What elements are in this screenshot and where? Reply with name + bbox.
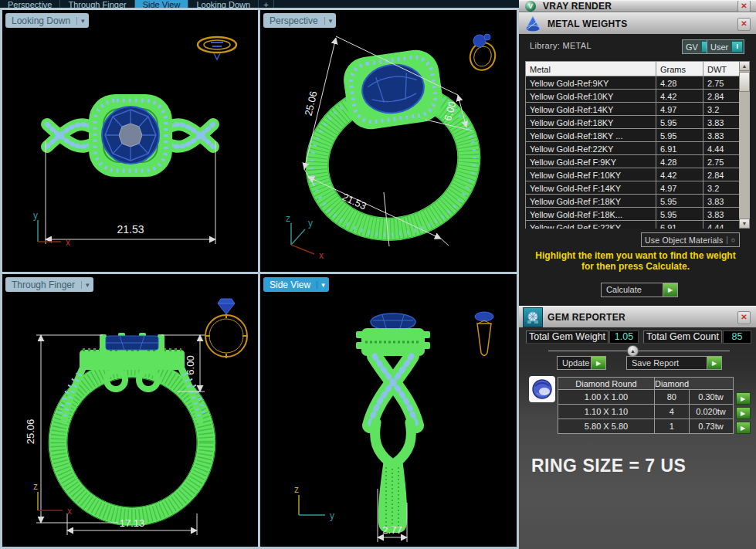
gem-row-play-icon[interactable]: ▶ [736, 392, 751, 405]
viewport-view-dropdown[interactable]: Perspective ▾ [263, 13, 336, 28]
play-icon: ▶ [591, 357, 605, 369]
gem-reporter-header[interactable]: GEM REPORTER ✕ [519, 306, 756, 329]
panel-divider [548, 351, 730, 351]
metal-weights-panel: Library: METAL GV I User I Metal Grams D… [519, 34, 756, 304]
scrollbar-thumb[interactable] [739, 72, 750, 92]
viewport-perspective[interactable]: 25.06 6.00 21.53 z y x Perspective ▾ [260, 10, 517, 272]
play-icon: ▶ [663, 283, 677, 297]
gem-icon [523, 307, 543, 327]
chevron-down-icon: ▾ [76, 17, 89, 25]
dimension-label: 25.06 [25, 419, 36, 445]
user-toggle-button[interactable]: User I [707, 39, 744, 54]
scroll-down-icon[interactable]: ▼ [739, 219, 750, 229]
viewport-view-dropdown[interactable]: Side View ▾ [263, 277, 329, 292]
close-icon[interactable]: ✕ [737, 311, 751, 324]
ring-size-text: RING SIZE = 7 US [531, 456, 686, 476]
metal-table: Metal Grams DWT Yellow Gold-Ref:9KY 4.28… [525, 61, 739, 229]
update-button[interactable]: Update ▶ [557, 356, 606, 370]
scroll-up-icon[interactable]: ▲ [739, 61, 750, 71]
calculate-button[interactable]: Calculate ▶ [601, 283, 678, 297]
chevron-down-icon: ▾ [81, 281, 93, 289]
ring-thumbnail-icon [205, 299, 247, 358]
viewport-view-dropdown[interactable]: Looking Down ▾ [5, 13, 89, 28]
dimension-label: 17.13 [120, 517, 145, 529]
ring-side-view: 2.77 z y [260, 274, 517, 547]
viewport-view-dropdown[interactable]: Through Finger ▾ [5, 277, 93, 292]
dimension-label: 2.77 [382, 524, 402, 536]
axis-indicator: z y [294, 484, 334, 521]
total-gem-weight-label: Total Gem Weight [526, 330, 609, 344]
viewport-view-label: Side View [263, 280, 317, 290]
metal-table-row[interactable]: Yellow Gold-Ref:9KY 4.28 2.75 [526, 76, 740, 90]
svg-text:x: x [319, 250, 324, 261]
application-window: Perspective Through Finger Side View Loo… [0, 0, 756, 549]
ring-thumbnail-icon [475, 312, 493, 356]
vray-sphere-icon: V [525, 1, 536, 12]
metal-table-row[interactable]: Yellow Gold-Ref F:18K... 5.95 3.83 [526, 208, 740, 221]
tab-perspective[interactable]: Perspective [0, 0, 60, 8]
dimension-label: 21.53 [117, 223, 144, 236]
viewport-tab-bar: Perspective Through Finger Side View Loo… [0, 0, 519, 8]
total-gem-weight-value: 1.05 [609, 330, 639, 344]
svg-text:y: y [330, 510, 334, 521]
radio-icon: ○ [727, 236, 739, 244]
viewport-grid: 21.53 y x Looking Down ▾ [0, 8, 519, 549]
close-icon[interactable]: ✕ [737, 0, 751, 12]
tab-side-view[interactable]: Side View [135, 0, 189, 8]
save-report-button[interactable]: Save Report ▶ [626, 356, 722, 370]
metal-table-row[interactable]: Yellow Gold-Ref F:14KY 4.97 3.2 [526, 181, 740, 195]
collapse-up-icon[interactable]: ▲ [627, 345, 639, 357]
metal-table-row[interactable]: Yellow Gold-Ref:14KY 4.97 3.2 [526, 103, 740, 116]
gem-table-row[interactable]: 5.80 X 5.80 1 0.73tw ▶ [558, 419, 751, 434]
metal-table-row[interactable]: Yellow Gold-Ref F:18KY 5.95 3.83 [526, 195, 740, 208]
library-label: Library: METAL [530, 41, 592, 50]
use-object-materials-button[interactable]: Use Object Materials ○ [641, 232, 740, 247]
gem-row-play-icon[interactable]: ▶ [736, 422, 751, 434]
tab-looking-down[interactable]: Looking Down [188, 0, 259, 8]
panel-title: VRAY RENDER [543, 1, 737, 12]
metal-table-row[interactable]: Yellow Gold-Ref:18KY 5.95 3.83 [526, 116, 740, 129]
viewport-side-view[interactable]: 2.77 z y Side View ▾ [260, 274, 517, 547]
metal-table-scrollbar[interactable]: ▲ ▼ [739, 61, 750, 229]
gem-table-row[interactable]: 1.10 X 1.10 4 0.020tw ▶ [558, 405, 751, 419]
viewport-looking-down[interactable]: 21.53 y x Looking Down ▾ [2, 10, 258, 272]
svg-text:y: y [308, 218, 313, 229]
panel-title: GEM REPORTER [548, 312, 737, 323]
metal-table-row[interactable]: Yellow Gold-Ref F:10KY 4.42 2.84 [526, 168, 740, 181]
ring-perspective-view: 25.06 6.00 21.53 z y x [260, 10, 517, 272]
svg-text:y: y [33, 210, 38, 221]
metal-table-row[interactable]: Yellow Gold-Ref F:22KY 6.91 4.44 [526, 221, 740, 229]
svg-text:z: z [294, 484, 299, 495]
gem-table-row[interactable]: 1.00 X 1.00 80 0.30tw ▶ [558, 390, 751, 405]
gem-row-play-icon[interactable]: ▶ [736, 407, 751, 419]
metal-table-row[interactable]: Yellow Gold-Ref:18KY ... 5.95 3.83 [526, 129, 740, 142]
vray-render-header[interactable]: V VRAY RENDER ✕ [519, 0, 756, 12]
new-tab-button[interactable]: + [259, 0, 273, 8]
total-gem-count-label: Total Gem Count [643, 330, 722, 344]
dimension-label: 25.06 [303, 90, 320, 117]
ring-thumbnail-icon [198, 37, 236, 59]
gem-table-header: Diamond Round Diamond [558, 378, 751, 390]
chevron-down-icon: ▾ [324, 17, 337, 25]
panel-title: METAL WEIGHTS [548, 19, 737, 29]
metal-table-row[interactable]: Yellow Gold-Ref:22KY 6.91 4.44 [526, 142, 740, 155]
viewport-through-finger[interactable]: 25.06 6.00 17.13 z x Through Finger ▾ [2, 274, 258, 547]
tab-through-finger[interactable]: Through Finger [60, 0, 134, 8]
viewport-view-label: Looking Down [5, 15, 76, 26]
svg-text:z: z [286, 213, 290, 224]
metal-table-row[interactable]: Yellow Gold-Ref:10KY 4.42 2.84 [526, 90, 740, 103]
right-panel: V VRAY RENDER ✕ METAL WEIGHTS ✕ Library:… [519, 0, 756, 549]
metal-table-header: Metal Grams DWT [526, 62, 740, 76]
svg-text:z: z [33, 481, 38, 492]
svg-text:x: x [66, 237, 70, 248]
cone-icon [523, 14, 543, 34]
metal-table-row[interactable]: Yellow Gold-Ref F:9KY 4.28 2.75 [526, 155, 740, 168]
metal-weights-header[interactable]: METAL WEIGHTS ✕ [519, 12, 756, 36]
toggle-indicator-icon: I [731, 41, 743, 53]
ring-thumbnail-icon [466, 34, 499, 73]
gem-reporter-panel: Total Gem Weight 1.05 Total Gem Count 85… [519, 327, 756, 549]
gem-table: Diamond Round Diamond 1.00 X 1.00 80 0.3… [558, 377, 751, 434]
ring-front-view: 25.06 6.00 17.13 z x [2, 274, 258, 547]
close-icon[interactable]: ✕ [737, 18, 751, 31]
play-icon: ▶ [707, 357, 721, 369]
